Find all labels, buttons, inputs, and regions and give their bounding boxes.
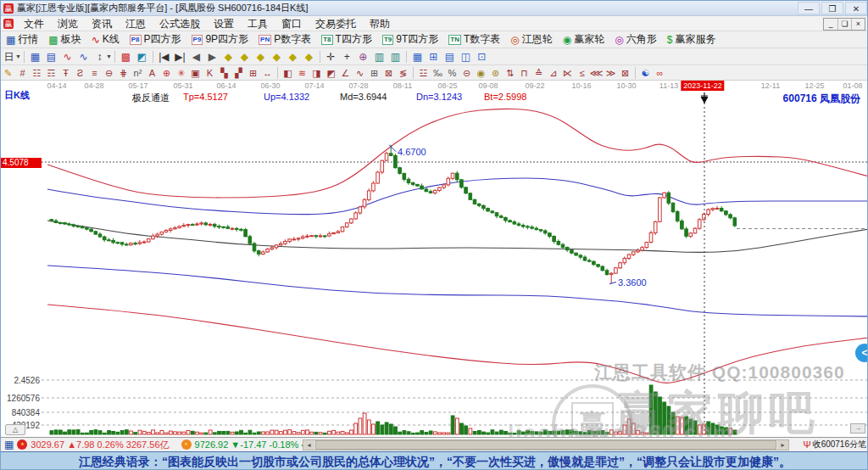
minimize-button[interactable]: — [798, 2, 820, 14]
tool-icon-2[interactable]: ▦ [27, 49, 43, 64]
collapse-button[interactable]: △ [5, 424, 25, 435]
tool-icon-36[interactable]: ⇅ [503, 65, 517, 81]
tick-feed-status[interactable]: Ψ 收600716分笔 [803, 439, 866, 450]
tool-icon-15[interactable]: ▚ [217, 65, 231, 81]
tool-icon-4[interactable]: Ŧ [58, 65, 73, 81]
mdi-close-button[interactable]: × [851, 19, 865, 30]
tool-icon-11[interactable]: ⊕ [159, 65, 174, 81]
tool-icon-19[interactable]: ◆ [285, 49, 301, 64]
tool-icon-42[interactable]: ⋘ [589, 65, 604, 81]
toolbar-button-六角形[interactable]: ◎六角形 [609, 31, 661, 48]
tool-icon-11[interactable]: |◀ [156, 49, 172, 64]
maximize-button[interactable]: ❐ [821, 2, 843, 14]
menu-浏览[interactable]: 浏览 [51, 16, 85, 31]
tool-icon-37[interactable]: ⊓ [517, 65, 531, 81]
scroll-right-arrow[interactable]: ▸ [777, 440, 788, 450]
menu-江恩[interactable]: 江恩 [119, 16, 153, 31]
menu-资讯[interactable]: 资讯 [85, 16, 119, 31]
sse-index-quote[interactable]: 3029.67 ▲7.98 0.26% 3267.56亿 [31, 439, 169, 451]
tool-icon-22[interactable]: ◨ [309, 65, 324, 81]
tool-icon-34[interactable]: ◉ [474, 65, 488, 81]
tool-icon-40[interactable]: ⋉ [560, 65, 575, 81]
tool-icon-9[interactable]: n² [131, 65, 145, 81]
horizontal-scrollbar[interactable]: ◂ ▸ [303, 439, 789, 450]
tool-icon-12[interactable]: ▶| [172, 49, 188, 64]
tool-icon-20[interactable]: ◧ [281, 65, 295, 81]
tool-icon-18[interactable]: ↔ [260, 65, 275, 81]
scroll-left-arrow[interactable]: ◂ [303, 440, 314, 450]
tool-icon-14[interactable]: ▶ [204, 49, 220, 64]
tool-icon-13[interactable]: ◀ [188, 49, 204, 64]
menu-公式选股[interactable]: 公式选股 [153, 16, 207, 31]
tool-icon-28[interactable]: ≶ [396, 65, 410, 81]
tool-icon-5[interactable]: Ƨ [73, 65, 87, 81]
tool-icon-21[interactable]: ≋ [295, 65, 309, 81]
tool-icon-1[interactable]: # [15, 65, 30, 81]
tool-icon-22[interactable]: ✛ [323, 49, 339, 64]
tool-icon-17[interactable]: ⊞ [246, 65, 260, 81]
menu-窗口[interactable]: 窗口 [275, 16, 309, 31]
tool-icon-13[interactable]: ▣ [188, 65, 203, 81]
tool-icon-35[interactable]: ⊛ [488, 65, 503, 81]
tool-icon-16[interactable]: ◆ [236, 49, 253, 64]
toolbar-button-9P四方形[interactable]: P99P四方形 [186, 31, 253, 48]
tool-icon-9[interactable]: ◩ [134, 49, 150, 64]
close-button[interactable]: ✕ [845, 2, 867, 14]
tool-icon-27[interactable]: ⊠ [381, 65, 396, 81]
tool-icon-31[interactable]: ◫ [458, 49, 474, 64]
quote-grid-icon[interactable]: ▦ [4, 439, 14, 450]
tool-icon-32[interactable]: ⊡ [474, 49, 490, 64]
side-panel-handle[interactable]: < [855, 344, 868, 362]
tool-icon-15[interactable]: ◆ [220, 49, 236, 64]
tool-icon-30[interactable]: ☳ [416, 65, 431, 81]
tool-icon-46[interactable]: ☯ [638, 65, 653, 81]
tool-icon-44[interactable]: ⊠ [618, 65, 632, 81]
tool-icon-6[interactable]: ≡ [87, 65, 102, 81]
tool-icon-16[interactable]: ▞ [231, 65, 246, 81]
tool-icon-47[interactable]: ∞ [653, 65, 667, 81]
mdi-minimize-button[interactable]: _ [824, 19, 837, 30]
toolbar-button-江恩轮[interactable]: ◎江恩轮 [505, 31, 557, 48]
tool-icon-32[interactable]: % [445, 65, 459, 81]
tool-icon-8[interactable]: ⋕ [116, 65, 131, 81]
menu-文件[interactable]: 文件 [17, 16, 51, 31]
tool-icon-20[interactable]: ◆ [301, 49, 317, 64]
menu-帮助[interactable]: 帮助 [363, 16, 397, 31]
tool-icon-5[interactable]: ∿ [75, 49, 92, 64]
mini-arrow-button[interactable]: → [850, 423, 865, 434]
toolbar-button-赢家服务[interactable]: $赢家服务 [662, 31, 721, 48]
toolbar-button-赢家轮[interactable]: ◉赢家轮 [558, 31, 609, 48]
toolbar-button-9T四方形[interactable]: T99T四方形 [377, 31, 443, 48]
menu-工具[interactable]: 工具 [241, 16, 275, 31]
menu-交易委托[interactable]: 交易委托 [309, 16, 363, 31]
indicator-name[interactable]: 极反通道 [132, 92, 170, 104]
tool-icon-25[interactable]: ∿ [353, 65, 367, 81]
tool-icon-14[interactable]: K [203, 65, 217, 81]
tool-icon-24[interactable]: ⊕ [355, 49, 371, 64]
tool-icon-7[interactable]: ⊖ [102, 65, 116, 81]
tool-icon-3[interactable]: ☶ [44, 65, 58, 81]
tool-icon-29[interactable]: ⊞ [426, 49, 442, 64]
tool-icon-38[interactable]: ≙ [531, 65, 546, 81]
toolbar-button-P四方形[interactable]: P8P四方形 [125, 31, 186, 48]
tool-icon-30[interactable]: ▤ [442, 49, 458, 64]
scrollbar-thumb[interactable] [315, 440, 776, 450]
tool-icon-3[interactable]: ▤ [43, 49, 59, 64]
tool-icon-0[interactable]: ✎ [1, 65, 15, 81]
tool-icon-25[interactable]: ▥ [371, 49, 387, 64]
toolbar-button-行情[interactable]: ▦行情 [1, 31, 43, 48]
tool-icon-28[interactable]: ▦ [409, 49, 426, 64]
tool-icon-31[interactable]: ‰ [431, 65, 445, 81]
tool-icon-39[interactable]: ⊿ [546, 65, 560, 81]
tool-icon-43[interactable]: ≫ [604, 65, 618, 81]
toolbar-button-T数字表[interactable]: TNT数字表 [443, 31, 505, 48]
dropdown-arrow-icon[interactable]: ▼ [15, 53, 21, 59]
toolbar-button-T四方形[interactable]: T8T四方形 [316, 31, 377, 48]
tool-icon-41[interactable]: ≤ [575, 65, 589, 81]
dropdown-arrow-icon[interactable]: ▼ [106, 53, 112, 59]
toolbar-button-P数字表[interactable]: PNP数字表 [253, 31, 316, 48]
tool-icon-33[interactable]: ⊝ [459, 65, 474, 81]
tool-icon-8[interactable]: ▩ [118, 49, 134, 64]
tool-icon-12[interactable]: ✳ [174, 65, 188, 81]
toolbar-button-板块[interactable]: ▩板块 [43, 31, 86, 48]
